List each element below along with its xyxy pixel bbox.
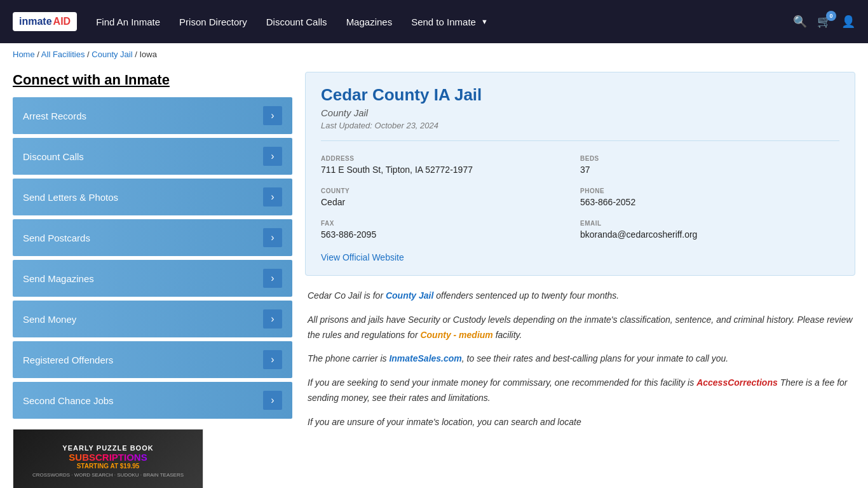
desc-para-1: Cedar Co Jail is for County Jail offende… xyxy=(308,288,853,304)
ad-line2: SUBSCRIPTIONS xyxy=(69,452,147,463)
main-container: Connect with an Inmate Arrest Records › … xyxy=(0,65,868,488)
content-area: Cedar County IA Jail County Jail Last Up… xyxy=(305,72,855,488)
cart-button[interactable]: 🛒 0 xyxy=(817,15,831,29)
breadcrumb-state: Iowa xyxy=(139,50,156,59)
sidebar-btn-send-magazines[interactable]: Send Magazines › xyxy=(13,260,292,297)
sidebar-btn-send-money[interactable]: Send Money › xyxy=(13,301,292,337)
user-account-button[interactable]: 👤 xyxy=(841,15,855,29)
breadcrumb-home[interactable]: Home xyxy=(13,50,35,59)
phone-block: PHONE 563-866-2052 xyxy=(580,182,839,215)
sidebar-btn-second-chance-jobs[interactable]: Second Chance Jobs › xyxy=(13,382,292,419)
county-value: Cedar xyxy=(321,197,575,207)
arrow-icon: › xyxy=(263,187,282,207)
county-medium-link[interactable]: County - medium xyxy=(420,330,492,340)
nav-magazines[interactable]: Magazines xyxy=(346,17,393,27)
sidebar-btn-registered-offenders[interactable]: Registered Offenders › xyxy=(13,341,292,378)
desc-para-3: The phone carrier is InmateSales.com, to… xyxy=(308,351,853,367)
sidebar: Connect with an Inmate Arrest Records › … xyxy=(13,72,292,488)
beds-label: BEDS xyxy=(580,155,834,162)
main-nav: Find An Inmate Prison Directory Discount… xyxy=(96,17,774,27)
cart-badge: 0 xyxy=(826,11,836,21)
facility-description: Cedar Co Jail is for County Jail offende… xyxy=(305,288,855,430)
fax-value: 563-886-2095 xyxy=(321,229,575,240)
arrow-icon: › xyxy=(263,147,282,166)
facility-card: Cedar County IA Jail County Jail Last Up… xyxy=(305,72,855,276)
address-block: ADDRESS 711 E South St, Tipton, IA 52772… xyxy=(321,150,580,182)
sidebar-btn-send-postcards[interactable]: Send Postcards › xyxy=(13,219,292,256)
arrow-icon: › xyxy=(263,350,282,369)
access-corrections-link[interactable]: AccessCorrections xyxy=(696,377,778,388)
county-block: COUNTY Cedar xyxy=(321,182,580,215)
facility-details-grid: ADDRESS 711 E South St, Tipton, IA 52772… xyxy=(321,140,839,247)
beds-value: 37 xyxy=(580,165,834,175)
arrow-icon: › xyxy=(263,309,282,329)
breadcrumb-county-jail[interactable]: County Jail xyxy=(92,50,132,59)
arrow-icon: › xyxy=(263,391,282,410)
view-official-website-link[interactable]: View Official Website xyxy=(321,252,404,262)
beds-block: BEDS 37 xyxy=(580,150,839,182)
nav-find-inmate[interactable]: Find An Inmate xyxy=(96,17,160,27)
arrow-icon: › xyxy=(263,228,282,247)
email-value: bkoranda@cedarcosheriff.org xyxy=(580,229,834,240)
logo[interactable]: inmateAID xyxy=(13,12,77,31)
search-button[interactable]: 🔍 xyxy=(793,15,807,29)
fax-block: FAX 563-886-2095 xyxy=(321,215,580,247)
email-label: EMAIL xyxy=(580,220,834,227)
fax-label: FAX xyxy=(321,220,575,227)
connect-title: Connect with an Inmate xyxy=(13,72,292,88)
nav-discount-calls[interactable]: Discount Calls xyxy=(266,17,327,27)
facility-updated: Last Updated: October 23, 2024 xyxy=(321,121,839,130)
address-value: 711 E South St, Tipton, IA 52772-1977 xyxy=(321,165,575,175)
breadcrumb: Home / All Facilities / County Jail / Io… xyxy=(0,43,868,65)
arrow-icon: › xyxy=(263,269,282,288)
sidebar-btn-discount-calls[interactable]: Discount Calls › xyxy=(13,138,292,175)
desc-para-4: If you are seeking to send your inmate m… xyxy=(308,376,853,406)
county-jail-link-1[interactable]: County Jail xyxy=(386,290,433,301)
arrow-icon: › xyxy=(263,106,282,125)
header-icons: 🔍 🛒 0 👤 xyxy=(793,15,855,29)
phone-value: 563-866-2052 xyxy=(580,197,834,207)
phone-label: PHONE xyxy=(580,187,834,194)
email-block: EMAIL bkoranda@cedarcosheriff.org xyxy=(580,215,839,247)
sidebar-btn-arrest-records[interactable]: Arrest Records › xyxy=(13,97,292,134)
facility-type: County Jail xyxy=(321,107,839,118)
ad-line4: CROSSWORDS · WORD SEARCH · SUDOKU · BRAI… xyxy=(32,472,184,478)
facility-name: Cedar County IA Jail xyxy=(321,85,839,105)
nav-prison-directory[interactable]: Prison Directory xyxy=(179,17,247,27)
address-label: ADDRESS xyxy=(321,155,575,162)
breadcrumb-all-facilities[interactable]: All Facilities xyxy=(41,50,85,59)
ad-line3: STARTING AT $19.95 xyxy=(77,463,140,470)
advertisement-banner[interactable]: YEARLY PUZZLE BOOK SUBSCRIPTIONS STARTIN… xyxy=(13,429,203,488)
county-label: COUNTY xyxy=(321,187,575,194)
desc-para-5: If you are unsure of your inmate's locat… xyxy=(308,415,853,430)
logo-text-inmate: inmate xyxy=(19,16,52,27)
inmate-sales-link[interactable]: InmateSales.com xyxy=(389,353,461,363)
ad-line1: YEARLY PUZZLE BOOK xyxy=(62,444,153,452)
nav-send-to-inmate[interactable]: Send to Inmate ▼ xyxy=(411,17,488,27)
desc-para-2: All prisons and jails have Security or C… xyxy=(308,313,853,343)
site-header: inmateAID Find An Inmate Prison Director… xyxy=(0,0,868,43)
sidebar-btn-send-letters[interactable]: Send Letters & Photos › xyxy=(13,179,292,215)
logo-text-aid: AID xyxy=(53,16,71,27)
chevron-down-icon: ▼ xyxy=(481,18,488,25)
